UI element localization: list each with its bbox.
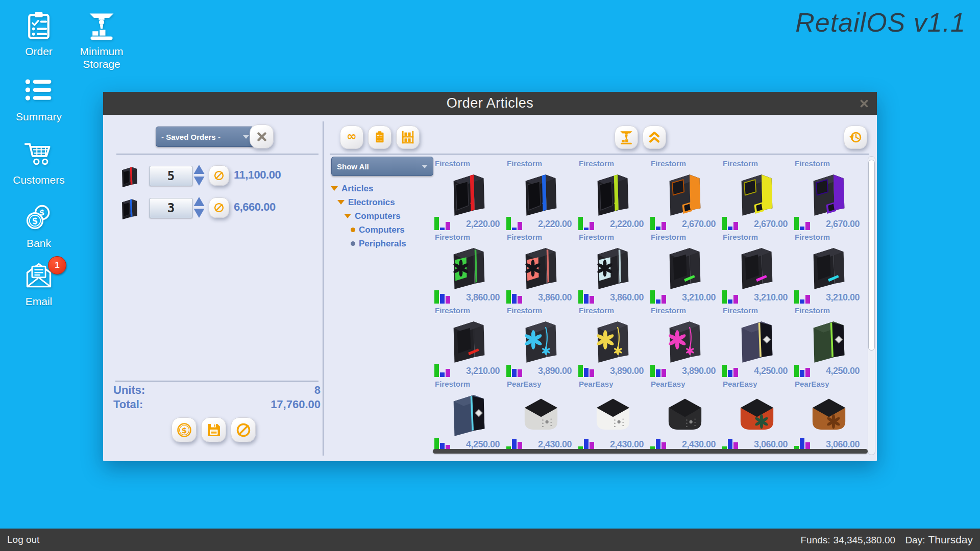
shelf-button[interactable] [396,126,420,149]
product-tile[interactable]: Firestorm2,220.00 [505,159,577,233]
stock-bars-icon [794,362,812,378]
product-name: PearEasy [793,380,865,388]
remove-row-button[interactable] [209,165,229,186]
notification-badge: 1 [48,256,66,274]
tree-item-articles[interactable]: Articles [331,182,428,195]
product-price: 3,860.00 [610,291,644,304]
product-image [577,388,649,438]
sidebar-item-label: Customers [5,173,72,186]
product-tile[interactable]: Firestorm3,860.00 [577,233,649,306]
sidebar-item-email[interactable]: 1Email [8,260,69,308]
tree-expand-icon [337,200,345,205]
product-tile[interactable]: Firestorm3,890.00 [649,306,721,380]
sidebar-item-bank[interactable]: $$Bank [11,202,66,249]
total-summary: Total: 17,760.00 [113,398,321,411]
quantity-input[interactable] [149,166,193,186]
remove-row-button[interactable] [209,197,229,218]
total-label: Total: [113,398,143,411]
product-tile[interactable]: PearEasy2,430.00 [577,380,649,453]
infinity-icon: ∞ [341,127,362,147]
stock-bars-icon [506,215,524,231]
product-tile[interactable]: Firestorm2,670.00 [649,159,721,233]
product-price: 2,220.00 [610,217,644,231]
product-tile[interactable]: Firestorm4,250.00 [433,380,505,453]
funds-day-info: Funds:34,345,380.00 Day:Thursday [797,534,973,546]
history-button[interactable] [844,126,867,149]
sidebar-item-minimum-storage[interactable]: Minimum Storage [68,10,135,70]
tile-footer: 2,220.00 [577,217,649,231]
horizontal-scrollbar-thumb[interactable] [433,449,868,454]
product-price: 4,250.00 [826,364,860,378]
tree-item-computers[interactable]: Computers [331,223,428,237]
product-image [649,168,721,217]
svg-text:$: $ [32,216,38,226]
product-tile[interactable]: Firestorm3,860.00 [505,233,577,306]
product-name: PearEasy [721,380,793,388]
units-label: Units: [113,384,145,397]
product-tile[interactable]: Firestorm3,890.00 [505,306,577,380]
clipboard-list-button[interactable] [368,126,391,149]
product-tile[interactable]: Firestorm2,670.00 [793,159,865,233]
quantity-input[interactable] [149,198,193,218]
sidebar-item-customers[interactable]: Customers [5,139,72,186]
row-price: 6,660.00 [234,192,276,222]
product-image [793,241,865,291]
logout-button[interactable]: Log out [7,534,39,545]
product-tile[interactable]: Firestorm3,210.00 [649,233,721,306]
coin-dollar-icon: $ [176,422,192,438]
product-tile[interactable]: PearEasy2,430.00 [505,380,577,453]
tile-footer: 2,670.00 [649,217,721,231]
product-tile[interactable]: Firestorm2,220.00 [577,159,649,233]
divider [330,154,869,155]
product-name: Firestorm [721,233,793,241]
quantity-spinner[interactable] [193,196,205,219]
product-tile[interactable]: Firestorm3,210.00 [793,233,865,306]
product-tile[interactable]: Firestorm2,220.00 [433,159,505,233]
clear-order-button[interactable] [250,124,274,148]
divider [116,154,318,155]
clipboard-check-icon [14,10,63,43]
units-value: 8 [314,384,321,397]
dialog-close-button[interactable] [859,92,870,115]
coin-dollar-button[interactable]: $ [172,417,197,442]
cancel-slash-button[interactable] [231,417,256,442]
sidebar-item-order[interactable]: Order [14,10,63,58]
stock-bars-icon [506,362,524,378]
saved-orders-label: - Saved Orders - [161,133,220,141]
product-tile[interactable]: Firestorm4,250.00 [793,306,865,380]
vertical-scrollbar-thumb[interactable] [868,160,875,350]
tile-footer: 3,890.00 [649,364,721,378]
product-name: Firestorm [577,233,649,241]
product-tile[interactable]: PearEasy2,430.00 [649,380,721,453]
product-tile[interactable]: Firestorm2,670.00 [721,159,793,233]
category-filter-dropdown[interactable]: Show All [331,157,433,176]
product-tile[interactable]: PearEasy3,060.00 [721,380,793,453]
tree-item-peripherals[interactable]: Peripherals [331,237,428,251]
close-x-icon [255,130,268,143]
product-price: 2,670.00 [754,217,788,231]
quantity-spinner[interactable] [193,164,205,187]
product-tile[interactable]: Firestorm4,250.00 [721,306,793,380]
product-name: Firestorm [433,159,505,168]
product-price: 3,860.00 [538,291,572,304]
product-tile[interactable]: Firestorm3,210.00 [721,233,793,306]
infinity-button[interactable]: ∞ [340,126,363,149]
sidebar-item-summary[interactable]: Summary [8,76,69,123]
product-name: Firestorm [721,306,793,315]
tree-item-computers[interactable]: Computers [331,209,428,223]
stock-bars-icon [650,215,668,231]
chevron-down-icon [422,165,428,168]
chevrons-up-button[interactable] [643,126,666,149]
product-name: Firestorm [433,306,505,315]
product-price: 4,250.00 [754,364,788,378]
saved-orders-dropdown[interactable]: - Saved Orders - [156,127,255,147]
storage-machine-button[interactable] [615,126,638,149]
product-tile[interactable]: PearEasy3,060.00 [793,380,865,453]
cancel-slash-icon [213,202,225,213]
product-tile[interactable]: Firestorm3,210.00 [433,306,505,380]
product-name: Firestorm [649,306,721,315]
product-tile[interactable]: Firestorm3,890.00 [577,306,649,380]
save-floppy-button[interactable] [201,417,226,442]
product-tile[interactable]: Firestorm3,860.00 [433,233,505,306]
tree-item-electronics[interactable]: Electronics [331,195,428,209]
